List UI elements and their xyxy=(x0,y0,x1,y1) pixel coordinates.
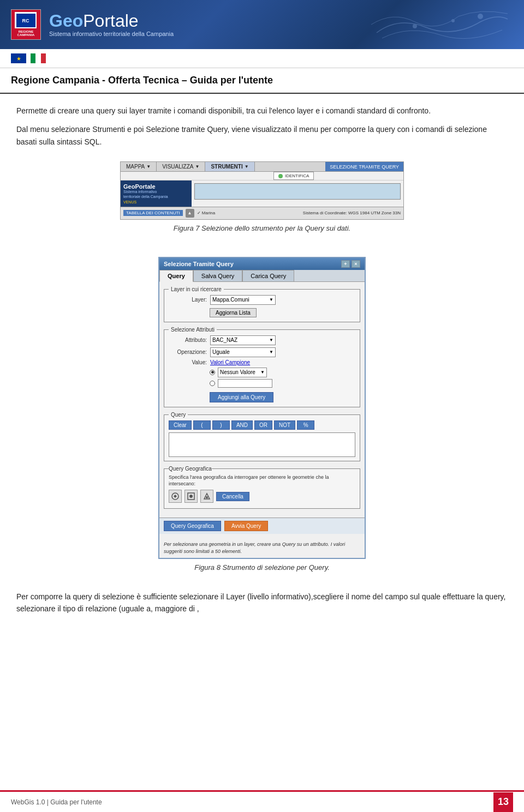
footer-text: WebGis 1.0 | Guida per l'utente xyxy=(11,798,102,806)
svg-text:★: ★ xyxy=(16,56,21,62)
mini-logo-text: GeoPortale xyxy=(123,183,156,190)
radio-nessun-valore[interactable] xyxy=(210,370,215,375)
dialog-body: Layer in cui ricercare Layer: Mappa.Comu… xyxy=(159,282,365,518)
geo-icons-row: Cancella xyxy=(169,490,355,503)
expand-titlebar-btn[interactable]: + xyxy=(341,260,350,268)
dialog-tabs: Query Salva Query Carica Query xyxy=(159,270,365,282)
aggiungi-query-btn[interactable]: Aggiungi alla Query xyxy=(210,392,273,402)
query-legend: Query xyxy=(169,412,188,418)
percent-btn[interactable]: % xyxy=(297,420,314,430)
radio-text-input[interactable] xyxy=(210,381,215,386)
toolbar-bottom-bar: TABELLA DEI CONTENUTI ▲ ✓ Marina Sistema… xyxy=(121,207,403,219)
open-paren-btn[interactable]: ( xyxy=(193,420,211,430)
geo-icon-2[interactable] xyxy=(184,490,198,503)
identifica-item: IDENTIFICA xyxy=(273,172,314,180)
geo-icon-3[interactable] xyxy=(200,490,213,503)
dialog-titlebar: Selezione Tramite Query + × xyxy=(159,258,365,270)
close-titlebar-btn[interactable]: × xyxy=(352,260,360,268)
selezione-menu-item: SELEZIONE TRAMITE QUERY xyxy=(325,162,403,171)
tab-query[interactable]: Query xyxy=(159,270,193,282)
figure-7-container: MAPPA ▼ VISUALIZZA ▼ STRUMENTI ▼ SELEZIO… xyxy=(16,161,508,243)
header-map-decoration xyxy=(371,5,513,44)
attributo-label: Attributo: xyxy=(169,337,207,343)
page-title-bar: Regione Campania - Offerta Tecnica – Gui… xyxy=(0,68,524,94)
geo-desc: Specifica l'area geografica da interroga… xyxy=(169,474,355,487)
intro-paragraph-2: Dal menu selezionare Strumenti e poi Sel… xyxy=(16,123,508,148)
figure-8-container: Selezione Tramite Query + × Query Salva … xyxy=(16,257,508,582)
toolbar-top: MAPPA ▼ VISUALIZZA ▼ STRUMENTI ▼ SELEZIO… xyxy=(121,162,403,172)
flags-area: ★ xyxy=(0,49,524,68)
intro-paragraph-1: Permette di creare una query sui layer t… xyxy=(16,105,508,117)
mini-logo-badge: VENUS xyxy=(123,200,136,204)
geo-section: Query Geografica Specifica l'area geogra… xyxy=(164,466,360,509)
it-flag xyxy=(31,53,46,63)
mappa-menu: MAPPA ▼ xyxy=(121,162,157,171)
cancella-btn[interactable]: Cancella xyxy=(216,492,249,501)
layer-legend: Layer in cui ricercare xyxy=(169,286,224,292)
value-label: Value: xyxy=(169,359,207,365)
or-btn[interactable]: OR xyxy=(254,420,272,430)
figure-8-caption: Figura 8 Strumento di selezione per Quer… xyxy=(194,563,330,572)
header: RC REGIONE CAMPANIA GeoPortale Sistema i… xyxy=(0,0,524,49)
titlebar-buttons: + × xyxy=(341,260,360,268)
mini-logo: GeoPortale Sistema informativoterritoria… xyxy=(121,181,192,207)
query-buttons: Clear ( ) AND OR NOT % xyxy=(169,420,355,430)
tabella-label: TABELLA DEI CONTENUTI xyxy=(123,210,183,216)
layer-select[interactable]: Mappa.Comuni ▼ xyxy=(210,295,276,305)
query-textarea[interactable] xyxy=(169,432,355,457)
and-btn[interactable]: AND xyxy=(231,420,253,430)
eu-flag: ★ xyxy=(11,53,26,63)
identifica-row: IDENTIFICA xyxy=(121,172,403,181)
operazione-select[interactable]: Uguale ▼ xyxy=(210,347,276,357)
geo-portale-logo: GeoPortale Sistema informativo territori… xyxy=(49,12,174,37)
geo-legend: Query Geografica xyxy=(169,466,212,472)
figure-7-caption: Figura 7 Selezione dello strumento per l… xyxy=(174,224,350,232)
region-badge: RC REGIONE CAMPANIA xyxy=(11,9,41,40)
close-paren-btn[interactable]: ) xyxy=(212,420,230,430)
expand-btn[interactable]: ▲ xyxy=(186,209,194,218)
svg-point-10 xyxy=(206,496,208,498)
dialog-actions: Query Geografica Avvia Query xyxy=(159,518,365,534)
avvia-query-btn[interactable]: Avvia Query xyxy=(224,521,268,531)
mini-toolbar-screenshot: MAPPA ▼ VISUALIZZA ▼ STRUMENTI ▼ SELEZIO… xyxy=(120,161,404,220)
layer-label: Layer: xyxy=(169,297,207,303)
tab-salva-query[interactable]: Salva Query xyxy=(193,270,243,281)
valori-campione-link[interactable]: Valori Campione xyxy=(210,359,250,365)
svg-point-3 xyxy=(451,19,455,22)
attributo-row: Attributo: BAC_NAZ ▼ xyxy=(169,335,355,345)
geo-icon-1[interactable] xyxy=(169,490,182,503)
query-geografica-btn[interactable]: Query Geografica xyxy=(164,521,221,531)
query-section: Query Clear ( ) AND OR NOT % xyxy=(164,412,360,461)
query-dialog: Selezione Tramite Query + × Query Salva … xyxy=(158,257,366,559)
visualizza-menu: VISUALIZZA ▼ xyxy=(157,162,205,171)
region-label: REGIONE CAMPANIA xyxy=(15,29,37,37)
clear-btn[interactable]: Clear xyxy=(169,420,192,430)
page-title: Regione Campania - Offerta Tecnica – Gui… xyxy=(11,75,513,86)
not-btn[interactable]: NOT xyxy=(274,420,295,430)
tab-carica-query[interactable]: Carica Query xyxy=(242,270,294,281)
footer: WebGis 1.0 | Guida per l'utente 13 xyxy=(0,790,524,812)
svg-point-2 xyxy=(413,24,417,28)
coord-display: Sistema di Coordinate: WGS 1984 UTM Zone… xyxy=(218,210,401,215)
logo-geo: Geo xyxy=(49,11,83,31)
selezione-attributi-section: Selezione Attributi Attributo: BAC_NAZ ▼… xyxy=(164,327,360,407)
operazione-label: Operazione: xyxy=(169,349,207,355)
svg-point-4 xyxy=(478,14,483,19)
layer-section: Layer in cui ricercare Layer: Mappa.Comu… xyxy=(164,286,360,322)
strumenti-menu: STRUMENTI ▼ xyxy=(205,162,254,171)
aggiorna-lista-btn[interactable]: Aggiorna Lista xyxy=(210,308,257,317)
nessun-valore-select[interactable]: Nessun Valore ▼ xyxy=(218,368,267,377)
mini-logo-sub: Sistema informativoterritoriale della Ca… xyxy=(123,190,168,199)
dialog-title: Selezione Tramite Query xyxy=(164,261,234,267)
value-row: Value: Valori Campione xyxy=(169,359,355,365)
footer-page-number: 13 xyxy=(493,792,513,812)
layer-row: Layer: Mappa.Comuni ▼ xyxy=(169,295,355,305)
closing-text: Per comporre la query di selezione è suf… xyxy=(16,591,508,615)
value-text-input[interactable] xyxy=(218,379,272,388)
dialog-note: Per selezionare una geometria in un laye… xyxy=(159,538,365,557)
attributo-select[interactable]: BAC_NAZ ▼ xyxy=(210,335,276,345)
logo-subtitle: Sistema informativo territoriale della C… xyxy=(49,31,174,37)
toolbar-content: GeoPortale Sistema informativoterritoria… xyxy=(121,181,403,207)
operazione-row: Operazione: Uguale ▼ xyxy=(169,347,355,357)
layer-item: ✓ Marina xyxy=(197,210,216,215)
